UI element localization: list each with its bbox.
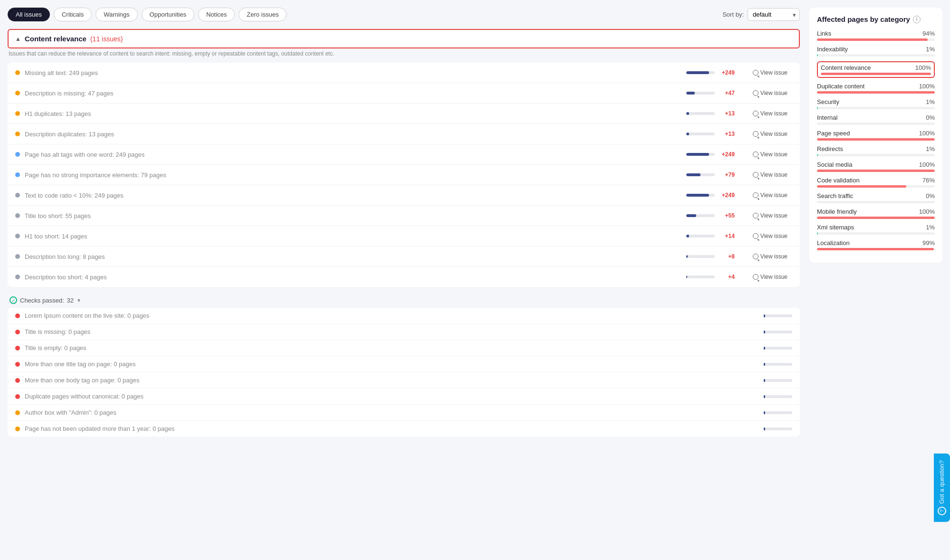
issue-label: Page has alt tags with one word: 249 pag… <box>25 151 681 158</box>
view-issue-button[interactable]: View issue <box>748 170 792 180</box>
table-row: Duplicate pages without canonical: 0 pag… <box>8 389 800 405</box>
issue-label: Description too short: 4 pages <box>25 274 681 281</box>
table-row: Page has not been updated more than 1 ye… <box>8 421 800 437</box>
issue-bar-area: +4 <box>686 274 743 280</box>
issue-count: +249 <box>718 151 735 158</box>
severity-dot <box>15 410 20 415</box>
checks-passed[interactable]: ✓ Checks passed: 32 ▼ <box>8 293 800 308</box>
tab-opportunities[interactable]: Opportunities <box>142 8 194 21</box>
table-row: Page has no strong importance elements: … <box>8 165 800 185</box>
help-circle-icon: ? <box>938 507 946 515</box>
category-name: Xml sitemaps <box>817 224 854 231</box>
sidebar-card: Affected pages by category i Links 94% I… <box>809 8 942 263</box>
sort-label: Sort by: <box>722 11 744 18</box>
category-pct: 94% <box>922 30 935 37</box>
section-header: ▲ Content relevance (11 issues) <box>8 29 800 48</box>
category-name: Indexability <box>817 46 848 53</box>
severity-dot <box>15 313 20 318</box>
category-row: Localization 99% <box>817 239 935 250</box>
issue-label: Title is missing: 0 pages <box>25 328 759 335</box>
severity-dot <box>15 132 20 136</box>
tab-warnings[interactable]: Warnings <box>96 8 137 21</box>
category-row: Security 1% <box>817 98 935 109</box>
category-pct: 100% <box>919 130 935 137</box>
issue-bar-area <box>764 331 792 333</box>
view-issue-button[interactable]: View issue <box>748 272 792 282</box>
view-issue-button[interactable]: View issue <box>748 149 792 160</box>
severity-dot <box>15 330 20 334</box>
issue-count: +47 <box>718 90 735 96</box>
tab-all-issues[interactable]: All issues <box>8 8 50 21</box>
issue-bar-area: +249 <box>686 151 743 158</box>
table-row: H1 duplicates: 13 pages +13 View issue <box>8 104 800 124</box>
issue-bar-area: +8 <box>686 253 743 260</box>
collapse-icon[interactable]: ▲ <box>15 36 21 42</box>
issue-bar-area: +47 <box>686 90 743 96</box>
severity-dot <box>15 362 20 367</box>
view-issue-button[interactable]: View issue <box>748 108 792 119</box>
search-icon <box>753 254 758 259</box>
table-row: Description too short: 4 pages +4 View i… <box>8 267 800 287</box>
category-name: Social media <box>817 161 852 168</box>
view-issue-button[interactable]: View issue <box>748 210 792 221</box>
category-name: Security <box>817 98 839 105</box>
issue-label: Title too short: 55 pages <box>25 212 681 219</box>
tab-criticals[interactable]: Criticals <box>54 8 92 21</box>
search-icon <box>753 111 758 116</box>
category-pct: 100% <box>919 161 935 168</box>
tab-zero-issues[interactable]: Zero issues <box>239 8 287 21</box>
category-pct: 100% <box>919 83 935 90</box>
issue-label: More than one body tag on page: 0 pages <box>25 377 759 384</box>
issue-bar <box>686 275 715 278</box>
category-row: Mobile friendly 100% <box>817 208 935 219</box>
category-pct: 1% <box>926 98 935 105</box>
issue-bar-area <box>764 379 792 382</box>
info-icon[interactable]: i <box>913 16 921 23</box>
view-issue-button[interactable]: View issue <box>748 67 792 78</box>
issue-count: +13 <box>718 110 735 117</box>
sort-select[interactable]: default <box>748 8 800 21</box>
issue-label: Title is empty: 0 pages <box>25 344 759 351</box>
search-icon <box>753 274 758 280</box>
passed-issue-list: Lorem Ipsum content on the live site: 0 … <box>8 308 800 437</box>
issue-bar-area: +14 <box>686 233 743 239</box>
table-row: Lorem Ipsum content on the live site: 0 … <box>8 308 800 324</box>
category-row: Page speed 100% <box>817 130 935 141</box>
issue-bar <box>686 255 715 258</box>
view-issue-button[interactable]: View issue <box>748 88 792 98</box>
issue-bar-area: +13 <box>686 131 743 137</box>
severity-dot <box>15 70 20 75</box>
category-row: Redirects 1% <box>817 145 935 156</box>
issue-bar-area <box>764 411 792 414</box>
category-pct: 1% <box>926 46 935 53</box>
filter-tabs: All issues Criticals Warnings Opportunit… <box>8 8 287 21</box>
help-button[interactable]: ? Got a question? <box>934 454 950 522</box>
category-name: Page speed <box>817 130 850 137</box>
issue-bar-area <box>764 363 792 366</box>
table-row: More than one title tag on page: 0 pages <box>8 356 800 372</box>
category-pct: 100% <box>919 208 935 215</box>
search-icon <box>753 233 758 239</box>
issue-bar <box>686 173 715 176</box>
issue-label: Duplicate pages without canonical: 0 pag… <box>25 393 759 400</box>
view-issue-button[interactable]: View issue <box>748 129 792 139</box>
severity-dot <box>15 172 20 177</box>
tab-notices[interactable]: Notices <box>198 8 235 21</box>
view-issue-button[interactable]: View issue <box>748 231 792 241</box>
checks-passed-label: Checks passed: <box>20 297 64 304</box>
issue-label: Description is missing: 47 pages <box>25 90 681 97</box>
search-icon <box>753 152 758 157</box>
category-row: Xml sitemaps 1% <box>817 224 935 235</box>
sort-select-wrapper: default <box>748 8 800 21</box>
category-pct: 76% <box>922 177 935 184</box>
category-name: Duplicate content <box>817 83 864 90</box>
issue-count: +249 <box>718 69 735 76</box>
category-name: Links <box>817 30 831 37</box>
category-row: Indexability 1% <box>817 46 935 57</box>
search-icon <box>753 90 758 96</box>
view-issue-button[interactable]: View issue <box>748 251 792 262</box>
view-issue-button[interactable]: View issue <box>748 190 792 200</box>
table-row: Author box with "Admin": 0 pages <box>8 405 800 421</box>
search-icon <box>753 131 758 137</box>
category-row-highlighted: Content relevance 100% <box>817 61 935 78</box>
